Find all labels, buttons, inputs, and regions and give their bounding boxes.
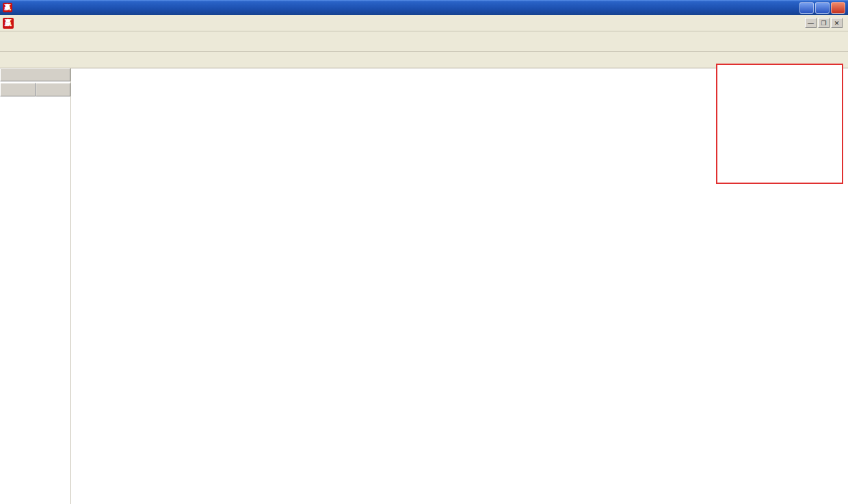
calc-support-button[interactable] [36,83,71,96]
mdi-close-button[interactable]: ✕ [831,18,843,28]
mdi-window-controls: — ❐ ✕ [805,18,845,28]
minimize-button[interactable] [799,2,814,14]
calc-resistance-button[interactable] [0,83,36,96]
close-button[interactable] [831,2,845,14]
mdi-minimize-button[interactable]: — [805,18,817,28]
main-toolbar [0,31,848,52]
sidebar [0,68,71,504]
titlebar: 赢 [0,0,848,15]
app-icon: 赢 [3,3,12,12]
mdi-restore-button[interactable]: ❐ [818,18,830,28]
maximize-button[interactable] [815,2,830,14]
instrument-title[interactable] [0,68,70,81]
brand-logo-icon: 赢 [3,18,14,29]
menubar: 赢 — ❐ ✕ [0,15,848,31]
annotation-box [716,64,843,184]
